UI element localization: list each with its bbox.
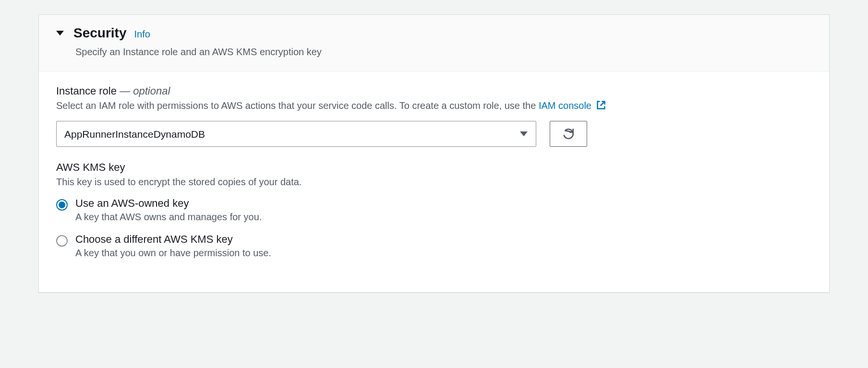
instance-role-select[interactable]: AppRunnerInstanceDynamoDB bbox=[56, 121, 536, 147]
kms-label: AWS KMS key bbox=[56, 161, 812, 174]
radio-icon bbox=[56, 199, 68, 211]
radio-content: Use an AWS-owned key A key that AWS owns… bbox=[75, 197, 812, 223]
instance-role-help: Select an IAM role with permissions to A… bbox=[56, 100, 812, 112]
instance-role-select-row: AppRunnerInstanceDynamoDB bbox=[56, 121, 812, 147]
kms-radio-group: Use an AWS-owned key A key that AWS owns… bbox=[56, 197, 812, 259]
kms-block: AWS KMS key This key is used to encrypt … bbox=[56, 161, 812, 259]
radio-description: A key that AWS owns and manages for you. bbox=[75, 212, 812, 223]
kms-help: This key is used to encrypt the stored c… bbox=[56, 177, 812, 188]
iam-console-link-text: IAM console bbox=[539, 100, 591, 111]
instance-role-optional: — optional bbox=[120, 85, 170, 97]
instance-role-block: Instance role — optional Select an IAM r… bbox=[56, 85, 812, 147]
radio-description: A key that you own or have permission to… bbox=[75, 248, 812, 259]
header-title-row: Security Info bbox=[56, 25, 812, 41]
refresh-icon bbox=[562, 128, 575, 140]
iam-console-link[interactable]: IAM console bbox=[539, 100, 606, 111]
radio-label: Use an AWS-owned key bbox=[75, 197, 812, 210]
radio-icon bbox=[56, 235, 68, 247]
collapse-caret-icon[interactable] bbox=[56, 31, 64, 36]
panel-header: Security Info Specify an Instance role a… bbox=[39, 15, 829, 71]
panel-body: Instance role — optional Select an IAM r… bbox=[39, 71, 829, 292]
info-link[interactable]: Info bbox=[134, 29, 150, 40]
radio-label: Choose a different AWS KMS key bbox=[75, 233, 812, 246]
kms-radio-aws-owned[interactable]: Use an AWS-owned key A key that AWS owns… bbox=[56, 197, 812, 223]
kms-radio-different-key[interactable]: Choose a different AWS KMS key A key tha… bbox=[56, 233, 812, 259]
security-panel: Security Info Specify an Instance role a… bbox=[38, 14, 830, 293]
refresh-button[interactable] bbox=[550, 121, 587, 147]
section-subtitle: Specify an Instance role and an AWS KMS … bbox=[75, 47, 812, 58]
instance-role-label: Instance role — optional bbox=[56, 85, 812, 97]
instance-role-label-text: Instance role bbox=[56, 85, 117, 97]
instance-role-select-wrapper: AppRunnerInstanceDynamoDB bbox=[56, 121, 536, 147]
external-link-icon bbox=[596, 100, 606, 112]
section-title: Security bbox=[73, 25, 127, 41]
radio-content: Choose a different AWS KMS key A key tha… bbox=[75, 233, 812, 259]
instance-role-help-text: Select an IAM role with permissions to A… bbox=[56, 100, 539, 111]
